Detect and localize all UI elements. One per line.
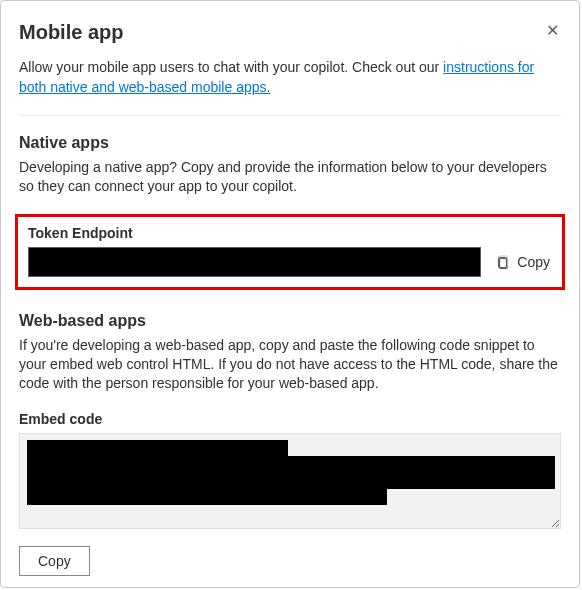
divider bbox=[19, 115, 561, 116]
redaction-block bbox=[27, 456, 555, 489]
native-apps-title: Native apps bbox=[19, 134, 561, 152]
page-title: Mobile app bbox=[19, 21, 123, 44]
copy-token-label: Copy bbox=[517, 254, 550, 270]
panel-header: Mobile app ✕ bbox=[19, 21, 561, 44]
intro-text: Allow your mobile app users to chat with… bbox=[19, 58, 561, 97]
copy-icon bbox=[495, 254, 511, 270]
redaction-block bbox=[27, 489, 387, 505]
embed-code-label: Embed code bbox=[19, 411, 561, 427]
mobile-app-panel: Mobile app ✕ Allow your mobile app users… bbox=[0, 0, 580, 588]
intro-text-before: Allow your mobile app users to chat with… bbox=[19, 59, 443, 75]
token-endpoint-label: Token Endpoint bbox=[28, 225, 552, 241]
copy-embed-button[interactable]: Copy bbox=[19, 546, 90, 576]
web-apps-title: Web-based apps bbox=[19, 312, 561, 330]
token-endpoint-highlight: Token Endpoint Copy bbox=[15, 214, 565, 290]
token-endpoint-input[interactable] bbox=[28, 247, 481, 277]
close-icon[interactable]: ✕ bbox=[544, 21, 561, 41]
token-endpoint-row: Copy bbox=[28, 247, 552, 277]
native-apps-description: Developing a native app? Copy and provid… bbox=[19, 158, 561, 196]
redaction-block bbox=[27, 440, 288, 456]
web-apps-description: If you're developing a web-based app, co… bbox=[19, 336, 561, 393]
embed-code-container bbox=[19, 433, 561, 546]
copy-token-button[interactable]: Copy bbox=[493, 250, 552, 274]
